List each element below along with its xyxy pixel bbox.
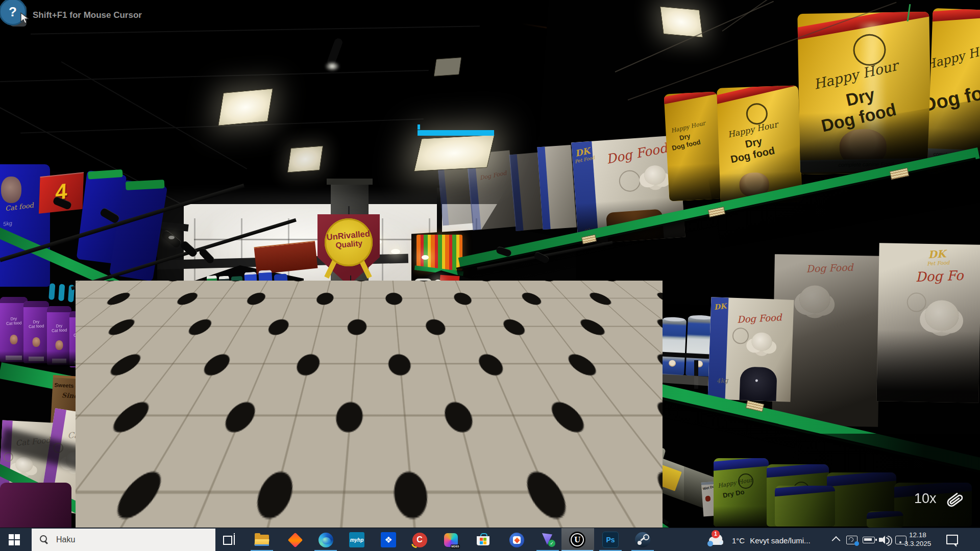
shelf-shadow [0,351,120,366]
taskbar-app-edge[interactable] [313,528,338,551]
progress-tick [418,124,420,130]
warm-counter-glow [153,352,181,388]
progress-bar [418,130,494,136]
ceiling-grid-line [0,70,429,82]
bag-text: Cat food [74,332,89,337]
stack-multiplier: 10x [914,491,937,507]
help-hint-text: Shift+F1 for Mouse Cursor [33,10,142,20]
display-sync-tray-icon[interactable] [846,536,857,544]
quality-sign: UnRivalled Quality [317,214,380,286]
distant-light [391,249,400,254]
hidden-icons-button[interactable] [833,537,839,543]
dk-dog-food-box-right: DK Pet Food Dog Fo [876,243,980,403]
ceiling-light-panel [414,135,495,171]
taskbar-app-unreal-engine[interactable]: U [565,528,590,551]
blue-utility-icon [509,533,524,547]
purple-check-icon: ✓ [540,533,555,547]
unreal-glyph: U [574,536,580,544]
taskbar: myhp ❖ C M365 ✓ U Ps ✻ 1 1°C [0,528,980,551]
dropbox-icon: ❖ [381,532,396,547]
ceiling-light-panel [434,57,462,77]
action-center-button[interactable] [946,535,958,544]
sign-medal-circle: UnRivalled Quality [341,284,361,303]
start-button[interactable] [0,528,29,551]
photoshop-label: Ps [606,536,615,544]
dog-food-can [659,318,687,375]
dk-dog-food-box: DK Dog Food 4kg [708,297,794,402]
taskbar-app-blue-utility[interactable] [504,528,529,551]
search-input[interactable] [55,535,200,545]
search-icon [40,535,49,544]
taskbar-app-ccleaner[interactable]: C [407,528,432,551]
taskbar-app-steam[interactable] [630,528,655,551]
cafe-chair [351,331,364,347]
clock-date: 3.3.2025 [898,539,937,548]
bag-brand: Happy Hour [927,40,980,72]
price-sign-red: 4 [39,172,84,214]
spotlight-glow [325,61,340,71]
battery-icon [863,537,875,543]
box-title: Dog Food [479,170,507,182]
edge-browser-icon [318,533,333,547]
blue-bottle-row [399,331,476,362]
battery-tray-icon[interactable] [863,537,875,543]
box-title: Dog Fo [915,268,964,285]
game-viewport[interactable]: Cat food 5kg 4 DryCat food DryCat food D… [0,0,980,528]
ceiling-light-panel [287,145,324,172]
dog-food-can [590,322,612,372]
dropbox-glyph: ❖ [384,535,392,545]
quality-sign-line2: Quality [345,292,357,295]
taskbar-app-dropbox[interactable]: ❖ [376,528,401,551]
temperature: 1°C [732,536,745,545]
taskbar-search[interactable] [32,529,215,551]
teal-box [82,488,106,508]
weather-widget[interactable]: ✻ 1 1°C Kevyt sade/lumi... [707,532,825,548]
volume-icon [879,535,893,545]
cursor-arrow-icon [19,12,31,24]
taskbar-app-m365-copilot[interactable]: M365 [438,528,463,551]
check-badge: ✓ [548,540,555,547]
purple-bag-corner [0,483,71,528]
taskbar-app-microsoft-store[interactable] [471,528,496,551]
taskbar-app-myhp[interactable]: myhp [345,528,369,551]
ceiling-light-panel [218,88,273,126]
action-center-icon [946,535,958,544]
m365-copilot-icon: M365 [444,533,458,547]
taskbar-app-task-view[interactable] [217,528,242,551]
taskbar-clock[interactable]: 12.18 3.3.2025 [898,531,937,548]
taskbar-app-diamond[interactable] [283,528,307,551]
quality-sign-small: UnRivalled Quality [338,282,364,313]
windows-logo-icon [9,534,20,545]
taskbar-app-file-explorer[interactable] [250,528,274,551]
dog-food-can [635,320,660,374]
screen: Cat food 5kg 4 DryCat food DryCat food D… [0,0,980,551]
volume-tray-icon[interactable] [879,535,893,545]
chevron-up-icon [832,536,841,545]
distant-light [168,236,175,239]
taskbar-app-photoshop[interactable]: Ps [598,528,623,551]
bag-text: Cat food [6,320,22,325]
taskbar-app-purple-check[interactable]: ✓ [535,528,560,551]
unreal-engine-icon: U [569,532,585,548]
sign-pole [163,297,165,361]
bag-green-top [88,169,123,180]
sheep-illustration [925,300,959,331]
paperclip-icon [941,487,964,510]
black-dog-photo [740,366,777,401]
diamond-app-icon [287,532,303,547]
wood-sign-line1: Sweets & Chocolates [53,382,113,391]
myhp-label: myhp [350,537,364,543]
sign-medal-circle: UnRivalled Quality [325,218,373,266]
candy-display [416,235,462,270]
box-shadow [876,330,979,403]
ccleaner-icon: C [412,533,427,547]
bag-green-top [126,180,165,190]
m365-badge: M365 [451,544,460,548]
ceiling-grid-line [31,26,480,34]
cat-image [1,177,21,203]
bottom-right-shadow [684,434,980,528]
column-cap [327,179,373,185]
sheep-illustration [751,332,772,351]
microsoft-store-icon [477,533,490,546]
dk-sub: Pet Food [927,260,950,266]
